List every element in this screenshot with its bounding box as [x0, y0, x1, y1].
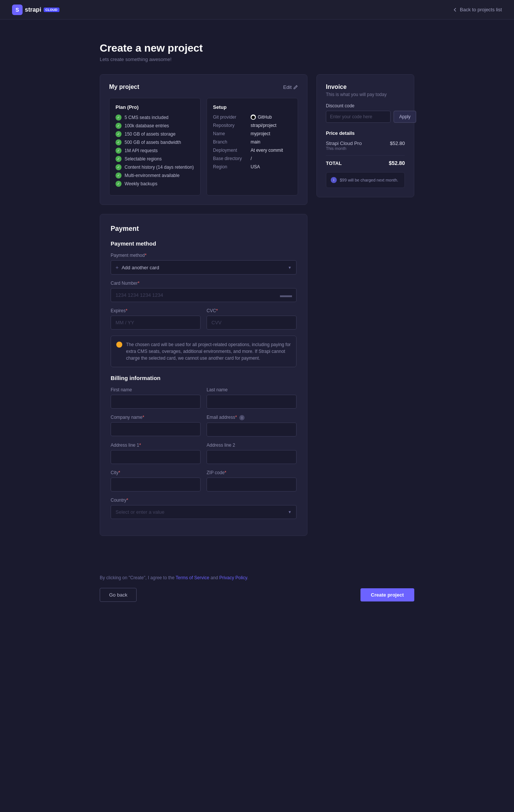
zip-label: ZIP code* — [207, 470, 297, 475]
expires-group: Expires* — [111, 308, 201, 330]
terms-of-service-link[interactable]: Terms of Service — [176, 575, 209, 580]
last-name-input[interactable] — [207, 395, 297, 409]
check-icon: ✓ — [116, 181, 122, 187]
setup-title: Setup — [213, 104, 292, 110]
price-divider — [326, 155, 405, 156]
list-item: ✓Content history (14 days retention) — [116, 164, 194, 170]
page-title: Create a new project — [100, 42, 414, 54]
discount-row: Apply — [326, 111, 405, 123]
back-to-projects-link[interactable]: Back to projects list — [452, 7, 502, 12]
left-column: My project Edit Plan (Pro) ✓5 CM — [100, 74, 307, 545]
city-input[interactable] — [111, 478, 201, 491]
warning-dot-icon — [116, 342, 122, 348]
plus-icon: + — [116, 264, 119, 270]
price-row: Strapi Cloud Pro This month $52.80 — [326, 140, 405, 151]
discount-code-input[interactable] — [326, 111, 391, 123]
price-details-title: Price details — [326, 130, 405, 136]
city-group: City* — [111, 470, 201, 491]
logo: S strapi CLOUD — [12, 5, 59, 15]
card-number-label: Card Number* — [111, 281, 297, 286]
payment-info-box: The chosen card will be used for all pro… — [111, 336, 297, 367]
total-row: TOTAL $52.80 — [326, 160, 405, 166]
payment-method-select[interactable]: + Add another card ▼ — [111, 260, 297, 275]
edit-icon — [293, 85, 298, 90]
footer-terms: By clicking on "Create", I agree to the … — [100, 575, 414, 580]
next-charge-box: i $99 will be charged next month. — [326, 172, 405, 188]
list-item: ✓150 GB of assets storage — [116, 131, 194, 137]
total-amount: $52.80 — [389, 160, 405, 166]
last-name-label: Last name — [207, 387, 297, 392]
first-name-label: First name — [111, 387, 201, 392]
name-row: First name Last name — [111, 387, 297, 409]
city-label: City* — [111, 470, 201, 475]
edit-button[interactable]: Edit — [283, 84, 298, 90]
arrow-left-icon — [452, 7, 458, 12]
github-icon: ⬤ — [251, 114, 256, 120]
check-icon: ✓ — [116, 148, 122, 154]
email-info-icon: i — [239, 415, 245, 420]
price-amount: $52.80 — [390, 140, 405, 146]
country-select[interactable]: Select or enter a value ▼ — [111, 505, 297, 519]
check-icon: ✓ — [116, 123, 122, 129]
discount-label: Discount code — [326, 103, 405, 108]
expires-input[interactable] — [111, 316, 201, 330]
cvc-input[interactable] — [207, 316, 297, 330]
check-icon: ✓ — [116, 131, 122, 137]
country-chevron-icon: ▼ — [288, 510, 292, 514]
project-card: My project Edit Plan (Pro) ✓5 CM — [100, 74, 307, 205]
list-item: ✓1M API requests — [116, 148, 194, 154]
project-card-title: My project — [109, 84, 139, 90]
check-icon: ✓ — [116, 164, 122, 170]
go-back-button[interactable]: Go back — [100, 588, 137, 602]
price-sub: This month — [326, 146, 362, 151]
check-icon: ✓ — [116, 156, 122, 162]
setup-section: Setup Git provider⬤GitHubRepositorystrap… — [207, 98, 298, 195]
logo-badge: CLOUD — [44, 8, 59, 12]
check-icon: ✓ — [116, 139, 122, 145]
first-name-group: First name — [111, 387, 201, 409]
list-item: ✓Weekly backups — [116, 181, 194, 187]
apply-button[interactable]: Apply — [394, 111, 416, 123]
company-name-label: Company name* — [111, 415, 201, 420]
price-name: Strapi Cloud Pro — [326, 140, 362, 146]
email-group: Email address* i — [207, 415, 297, 437]
payment-method-title: Payment method — [111, 240, 297, 247]
plan-section: Plan (Pro) ✓5 CMS seats included✓100k da… — [109, 98, 201, 195]
card-number-input[interactable] — [111, 288, 297, 302]
country-label: Country* — [111, 498, 297, 503]
cvc-group: CVC* — [207, 308, 297, 330]
address1-group: Address line 1* — [111, 443, 201, 464]
address2-input[interactable] — [207, 450, 297, 464]
credit-card-icon: ▬▬ — [280, 292, 292, 299]
address1-label: Address line 1* — [111, 443, 201, 448]
payment-card: Payment Payment method Payment method* +… — [100, 214, 307, 536]
privacy-policy-link[interactable]: Privacy Policy — [219, 575, 247, 580]
zip-input[interactable] — [207, 478, 297, 491]
payment-method-group: Payment method* + Add another card ▼ — [111, 253, 297, 275]
first-name-input[interactable] — [111, 395, 201, 409]
zip-group: ZIP code* — [207, 470, 297, 491]
check-icon: ✓ — [116, 114, 122, 121]
address2-label: Address line 2 — [207, 443, 297, 448]
email-input[interactable] — [207, 423, 297, 437]
create-project-button[interactable]: Create project — [360, 588, 414, 601]
info-dot-icon: i — [331, 177, 337, 183]
list-item: ✓Selectable regions — [116, 156, 194, 162]
list-item: Namemyproject — [213, 131, 292, 136]
total-label: TOTAL — [326, 160, 342, 166]
list-item: ✓100k database entries — [116, 123, 194, 129]
list-item: ✓Multi-environment available — [116, 172, 194, 179]
setup-rows: Git provider⬤GitHubRepositorystrapi/proj… — [213, 114, 292, 169]
check-icon: ✓ — [116, 172, 122, 179]
payment-title: Payment — [111, 225, 297, 233]
email-label: Email address* i — [207, 415, 297, 420]
payment-method-label: Payment method* — [111, 253, 297, 258]
plan-setup-grid: Plan (Pro) ✓5 CMS seats included✓100k da… — [109, 98, 298, 195]
address1-input[interactable] — [111, 450, 201, 464]
card-number-wrapper: ▬▬ — [111, 288, 297, 302]
list-item: Branchmain — [213, 139, 292, 145]
list-item: Repositorystrapi/project — [213, 123, 292, 128]
company-name-group: Company name* — [111, 415, 201, 437]
company-name-input[interactable] — [111, 422, 201, 436]
address2-group: Address line 2 — [207, 443, 297, 464]
